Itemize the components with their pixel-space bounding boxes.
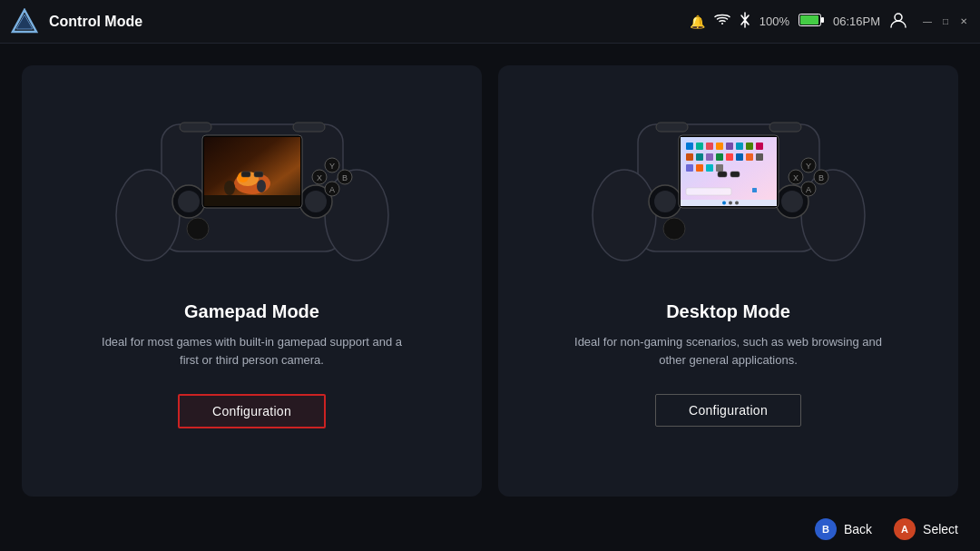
svg-rect-81 [769,123,801,132]
main-content: Y B X A [0,44,980,551]
svg-rect-61 [746,143,753,150]
svg-rect-63 [686,153,693,161]
svg-text:A: A [805,185,810,194]
svg-point-76 [729,202,732,205]
gamepad-config-button[interactable]: Configuration [178,394,326,428]
svg-text:Y: Y [328,162,334,171]
svg-rect-72 [696,164,703,172]
desktop-mode-desc: Ideal for non-gaming scenarios, such as … [574,333,883,369]
battery-icon [799,14,824,29]
gamepad-mode-desc: Ideal for most games with built-in gamep… [98,333,407,369]
svg-rect-64 [696,153,703,161]
status-bar: 🔔 100% 06:16PM [690,11,907,32]
svg-rect-74 [716,164,723,172]
svg-rect-78 [686,188,731,195]
svg-text:A: A [328,185,334,194]
svg-rect-80 [656,123,688,132]
svg-rect-30 [204,195,300,206]
page-title: Control Mode [49,14,690,30]
svg-point-12 [305,191,327,212]
svg-rect-69 [746,153,753,161]
gamepad-device-image: Y B X A [107,93,397,283]
svg-point-7 [116,170,180,261]
svg-rect-59 [726,143,733,150]
gamepad-mode-card: Y B X A [22,65,482,497]
select-label: Select [923,522,958,536]
svg-rect-55 [686,143,693,150]
svg-point-29 [257,180,266,192]
svg-rect-66 [716,153,723,161]
svg-rect-56 [696,143,703,150]
svg-rect-33 [241,172,250,177]
svg-rect-83 [730,172,740,177]
svg-point-5 [895,14,902,21]
svg-point-42 [663,218,685,240]
svg-rect-79 [752,188,757,192]
svg-rect-71 [686,164,693,172]
svg-text:Y: Y [805,162,810,171]
desktop-mode-title: Desktop Mode [666,301,790,322]
svg-rect-67 [726,153,733,161]
svg-rect-82 [718,172,727,177]
battery-percent: 100% [760,15,789,28]
svg-point-39 [654,191,676,212]
select-action[interactable]: A Select [894,518,958,540]
app-logo [11,8,38,35]
svg-rect-57 [706,143,713,150]
back-label: Back [844,522,872,536]
svg-rect-65 [706,153,713,161]
svg-rect-3 [821,17,824,23]
bell-icon: 🔔 [690,15,705,29]
svg-point-75 [722,202,726,205]
svg-point-28 [224,181,235,195]
desktop-config-button[interactable]: Configuration [655,394,801,427]
svg-rect-32 [293,123,325,132]
gamepad-mode-title: Gamepad Mode [184,301,319,322]
svg-rect-68 [736,153,743,161]
svg-rect-31 [180,123,211,132]
user-icon [889,11,907,32]
svg-rect-70 [756,153,763,161]
svg-point-10 [178,191,200,212]
svg-rect-34 [254,172,263,177]
bottom-bar: B Back A Select [0,507,980,551]
minimize-button[interactable]: — [922,16,933,27]
svg-rect-4 [800,15,818,25]
svg-rect-73 [706,164,713,172]
titlebar: Control Mode 🔔 100% 06:16PM [0,0,980,44]
svg-rect-62 [756,143,763,150]
clock: 06:16PM [833,15,880,28]
svg-text:X: X [792,173,798,182]
back-badge: B [815,518,837,540]
svg-rect-58 [716,143,723,150]
svg-point-41 [781,191,803,212]
window-controls[interactable]: — □ ✕ [922,16,969,27]
maximize-button[interactable]: □ [940,16,951,27]
svg-point-36 [593,170,656,261]
desktop-device-image: Y B X A [583,93,874,283]
bluetooth-icon [740,12,750,31]
select-badge: A [894,518,916,540]
desktop-mode-card: Y B X A [498,65,958,497]
svg-point-13 [187,218,209,240]
svg-rect-60 [736,143,743,150]
svg-text:X: X [316,173,321,182]
back-action[interactable]: B Back [815,518,872,540]
svg-text:B: B [818,173,823,182]
close-button[interactable]: ✕ [958,16,969,27]
wifi-icon [714,14,730,29]
svg-point-77 [735,202,739,205]
svg-text:B: B [341,173,347,182]
